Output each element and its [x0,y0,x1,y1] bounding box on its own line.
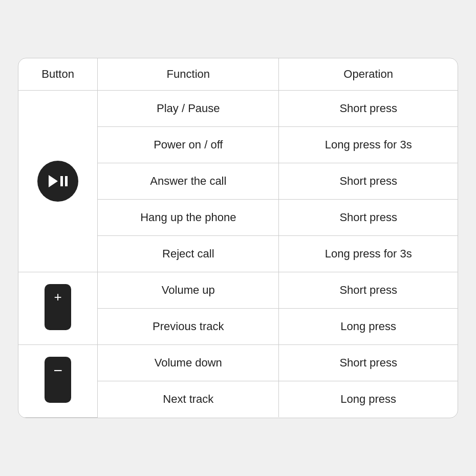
header-function: Function [98,58,279,91]
function-cell: Previous track [98,309,279,345]
table-row: Volume down Short press [18,345,458,381]
operation-cell: Long press for 3s [279,236,458,272]
play-pause-icon [37,161,78,202]
operation-cell: Short press [279,91,458,127]
function-cell: Volume down [98,345,279,381]
operation-cell: Short press [279,200,458,236]
function-cell: Next track [98,381,279,418]
play-pause-symbol [49,175,68,187]
operation-cell: Short press [279,272,458,309]
function-cell: Reject call [98,236,279,272]
function-cell: Volume up [98,272,279,309]
header-button: Button [18,58,98,91]
table-row: Play / Pause Short press [18,91,458,127]
volume-up-button-cell [18,272,98,345]
operation-cell: Long press [279,381,458,418]
volume-down-button-cell [18,345,98,418]
function-cell: Play / Pause [98,91,279,127]
header-operation: Operation [279,58,458,91]
pause-bar [65,176,68,186]
function-cell: Power on / off [98,127,279,163]
volume-up-icon [45,284,71,330]
pause-bar [60,176,63,186]
function-cell: Answer the call [98,163,279,200]
table-row: Volume up Short press [18,272,458,309]
button-function-table: Button Function Operation [18,58,458,418]
operation-cell: Short press [279,345,458,381]
operation-cell: Long press [279,309,458,345]
pause-bars-icon [60,176,68,186]
volume-down-icon [45,357,71,403]
play-triangle-icon [49,175,58,187]
operation-cell: Short press [279,163,458,200]
operation-cell: Long press for 3s [279,127,458,163]
function-cell: Hang up the phone [98,200,279,236]
play-pause-button-cell [18,91,98,272]
